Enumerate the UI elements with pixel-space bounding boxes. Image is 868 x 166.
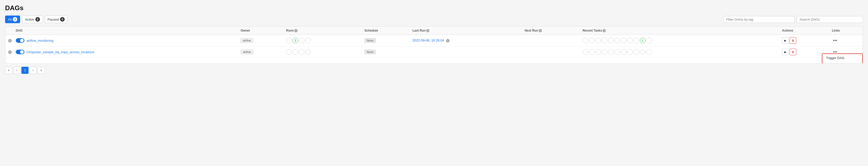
row1-runs-cell: 2 bbox=[284, 35, 362, 46]
row1-recenttasks-cell: 1 bbox=[581, 35, 780, 46]
row2-schedule-cell: None bbox=[363, 46, 411, 58]
row1-lastrun-info-icon[interactable]: i bbox=[446, 39, 450, 42]
row1-runs-circles: 2 bbox=[286, 38, 360, 43]
task-circle-green[interactable]: 1 bbox=[640, 38, 646, 43]
row1-toggle-knob bbox=[20, 39, 24, 42]
row2-links-cell: ••• Trigger DAG Trigger DAG w/ config bbox=[830, 46, 863, 58]
row2-info-cell: i bbox=[5, 46, 14, 58]
col-info-header bbox=[5, 27, 14, 35]
lastrun-info-icon[interactable]: i bbox=[426, 29, 429, 32]
run-circle[interactable] bbox=[305, 38, 311, 43]
task-circle[interactable] bbox=[589, 38, 595, 43]
run-circle[interactable] bbox=[286, 49, 292, 55]
task-circle[interactable] bbox=[583, 38, 588, 43]
tab-all[interactable]: All 2 bbox=[5, 15, 20, 23]
tab-active[interactable]: Active 2 bbox=[22, 15, 42, 23]
run-circle[interactable] bbox=[305, 49, 311, 55]
task-circle[interactable] bbox=[583, 49, 588, 55]
task-circle[interactable] bbox=[615, 38, 620, 43]
task-circle[interactable] bbox=[608, 49, 614, 55]
row1-trigger-btn[interactable]: ▶ bbox=[782, 37, 788, 44]
row1-links-cell: ••• bbox=[830, 35, 863, 46]
row2-info-icon[interactable]: i bbox=[8, 51, 12, 54]
col-lastrun-header: Last Run i bbox=[410, 27, 523, 35]
task-circle[interactable] bbox=[640, 49, 646, 55]
task-circle[interactable] bbox=[602, 38, 607, 43]
page-wrapper: DAGs All 2 Active 2 Paused 0 DAG bbox=[0, 0, 868, 166]
task-circle[interactable] bbox=[627, 49, 633, 55]
trigger-dag-config-item[interactable]: Trigger DAG w/ config bbox=[823, 62, 862, 64]
col-recenttasks-header: Recent Tasks i bbox=[581, 27, 780, 35]
task-circle[interactable] bbox=[589, 49, 595, 55]
col-schedule-header: Schedule bbox=[363, 27, 411, 35]
task-circle[interactable] bbox=[646, 49, 652, 55]
tab-active-label: Active bbox=[25, 18, 34, 22]
row2-lastrun-cell bbox=[410, 46, 523, 58]
task-circle[interactable] bbox=[608, 38, 614, 43]
task-circle[interactable] bbox=[621, 49, 626, 55]
run-circle[interactable] bbox=[299, 38, 304, 43]
recenttasks-info-icon[interactable]: i bbox=[602, 29, 606, 32]
tab-paused-label: Paused bbox=[48, 18, 59, 22]
runs-info-icon[interactable]: i bbox=[294, 29, 298, 32]
row2-trigger-btn[interactable]: ▶ bbox=[782, 48, 788, 55]
row1-delete-btn[interactable]: 🗑 bbox=[789, 37, 796, 44]
task-circle[interactable] bbox=[646, 38, 652, 43]
task-circle[interactable] bbox=[595, 38, 601, 43]
tab-paused-badge: 0 bbox=[60, 17, 65, 22]
col-nextrun-header: Next Run i bbox=[523, 27, 581, 35]
row1-toggle[interactable] bbox=[16, 38, 25, 43]
row2-delete-btn[interactable]: 🗑 bbox=[789, 48, 796, 55]
row2-owner-cell: airflow bbox=[239, 46, 284, 58]
pagination-page1-btn[interactable]: 1 bbox=[21, 67, 29, 74]
pagination: « ‹ 1 › » bbox=[5, 67, 863, 74]
row2-toggle[interactable] bbox=[16, 49, 25, 54]
nextrun-info-icon[interactable]: i bbox=[538, 29, 542, 32]
filter-input[interactable] bbox=[723, 16, 795, 23]
row1-actions-cell: ▶ 🗑 bbox=[780, 35, 830, 46]
task-circle[interactable] bbox=[595, 49, 601, 55]
tab-paused[interactable]: Paused 0 bbox=[45, 15, 67, 23]
task-circle[interactable] bbox=[633, 38, 639, 43]
row2-toggle-knob bbox=[20, 50, 24, 54]
run-circle-green[interactable]: 2 bbox=[292, 38, 298, 43]
task-circle[interactable] bbox=[602, 49, 607, 55]
tab-all-label: All bbox=[8, 18, 11, 22]
task-circle[interactable] bbox=[615, 49, 620, 55]
task-circle[interactable] bbox=[627, 38, 633, 43]
pagination-last-btn[interactable]: » bbox=[38, 67, 45, 74]
col-actions-header: Actions bbox=[780, 27, 830, 35]
search-input[interactable] bbox=[797, 16, 863, 23]
top-bar: All 2 Active 2 Paused 0 bbox=[5, 15, 863, 23]
row1-schedule-badge: None bbox=[365, 38, 376, 43]
row1-schedule-cell: None bbox=[363, 35, 411, 46]
row1-more-btn[interactable]: ••• bbox=[832, 38, 838, 43]
row1-dag-link[interactable]: airflow_monitoring bbox=[27, 39, 54, 42]
row1-owner-badge: airflow bbox=[241, 38, 253, 43]
pagination-next-btn[interactable]: › bbox=[30, 67, 37, 74]
col-owner-header: Owner bbox=[239, 27, 284, 35]
run-circle[interactable] bbox=[292, 49, 298, 55]
pagination-prev-btn[interactable]: ‹ bbox=[13, 67, 20, 74]
pagination-first-btn[interactable]: « bbox=[5, 67, 12, 74]
run-circle[interactable] bbox=[286, 38, 292, 43]
row2-schedule-badge: None bbox=[365, 49, 376, 54]
trigger-dag-item[interactable]: Trigger DAG bbox=[823, 54, 862, 62]
row2-dag-link[interactable]: composer_sample_bq_copy_across_locations bbox=[27, 50, 94, 54]
run-circle[interactable] bbox=[299, 49, 304, 55]
row1-lastrun-time[interactable]: 2022-09-08, 16:26:04 bbox=[412, 38, 444, 42]
row1-owner-cell: airflow bbox=[239, 35, 284, 46]
row2-recenttasks-cell bbox=[581, 46, 780, 58]
row1-info-icon[interactable]: i bbox=[8, 39, 12, 42]
task-circle[interactable] bbox=[633, 49, 639, 55]
task-circle[interactable] bbox=[621, 38, 626, 43]
dag-table: DAG Owner Runs i Schedule bbox=[5, 27, 863, 58]
row2-owner-badge: airflow bbox=[241, 49, 253, 54]
col-dag-header: DAG bbox=[14, 27, 239, 35]
row2-runs-cell bbox=[284, 46, 362, 58]
row1-info-cell: i bbox=[5, 35, 14, 46]
col-links-header: Links bbox=[830, 27, 863, 35]
row1-task-circles: 1 bbox=[583, 38, 778, 43]
row2-dag-cell: composer_sample_bq_copy_across_locations bbox=[14, 46, 239, 58]
row2-dropdown-menu: Trigger DAG Trigger DAG w/ config bbox=[822, 54, 863, 64]
